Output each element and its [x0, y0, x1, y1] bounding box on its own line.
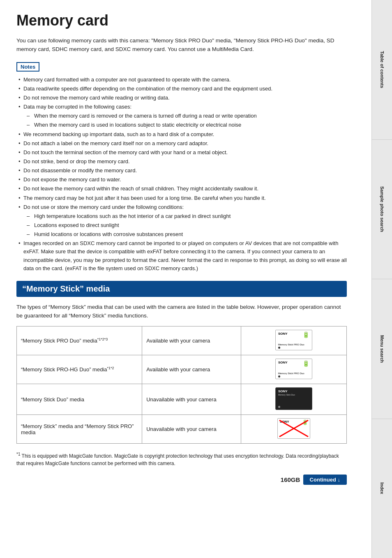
card-dot-small — [278, 406, 280, 408]
media-table: “Memory Stick PRO Duo” media*1*2*3Availa… — [16, 326, 347, 444]
section-intro: The types of “Memory Stick” media that c… — [16, 303, 347, 320]
footnote: *1 This is equipped with MagicGate funct… — [16, 451, 347, 467]
page-wrapper: Memory card You can use following memory… — [0, 0, 392, 558]
notes-list-item: Images recorded on an SDXC memory card c… — [18, 239, 347, 273]
table-row: “Memory Stick PRO Duo” media*1*2*3Availa… — [17, 326, 347, 355]
table-row: “Memory Stick Duo” mediaUnavailable with… — [17, 384, 347, 415]
notes-list-item: Do not strike, bend or drop the memory c… — [18, 157, 347, 166]
card-text: Memory Stick PRO Duo — [278, 343, 304, 347]
main-content: Memory card You can use following memory… — [0, 0, 371, 558]
sony-logo: SONY — [278, 332, 288, 336]
media-availability: Available with your camera — [142, 326, 241, 355]
notes-list-item: Do not attach a label on the memory card… — [18, 139, 347, 148]
notes-list-item: The memory card may be hot just after it… — [18, 194, 347, 202]
page-title: Memory card — [16, 12, 347, 29]
sidebar-tab[interactable]: Index — [372, 419, 392, 558]
media-availability: Unavailable with your camera — [142, 384, 241, 415]
media-name: “Memory Stick Duo” media — [17, 384, 142, 415]
table-row: “Memory Stick” media and “Memory Stick P… — [17, 415, 347, 444]
notes-list-item: Data read/write speeds differ depending … — [18, 85, 347, 93]
notes-list-item: Do not remove the memory card while read… — [18, 94, 347, 102]
notes-list-item: Do not leave the memory card within the … — [18, 185, 347, 193]
media-image: SONY Memory Stick Duo — [241, 384, 347, 415]
notes-list-item: High temperature locations such as the h… — [27, 212, 347, 220]
card-image-duo: SONY Memory Stick Duo — [275, 387, 312, 410]
cross-svg — [277, 418, 310, 439]
memory-stick-header: “Memory Stick” media — [16, 281, 347, 297]
sidebar-tab[interactable]: Table of contents — [372, 0, 392, 140]
page-number: 160GB — [281, 476, 300, 483]
footnote-text: *1 This is equipped with MagicGate funct… — [16, 453, 339, 466]
sidebar: Table of contentsSample photo searchMenu… — [371, 0, 392, 558]
continued-button[interactable]: Continued ↓ — [303, 475, 347, 485]
media-image: SONY 🔋 Memory Stick PRO Duo — [241, 326, 347, 355]
notes-label: Notes — [21, 64, 35, 70]
notes-list: Memory card formatted with a computer ar… — [18, 76, 347, 273]
media-name: “Memory Stick” media and “Memory Stick P… — [17, 415, 142, 444]
page-footer: 160GB Continued ↓ — [16, 475, 347, 485]
notes-list-item: We recommend backing up important data, … — [18, 130, 347, 139]
card-image-crossed: SONY 🔋 — [277, 418, 310, 439]
notes-list-item: When the memory card is used in location… — [27, 121, 347, 129]
notes-list-item: Data may be corrupted in the following c… — [18, 103, 347, 111]
notes-list-item: Locations exposed to direct sunlight — [27, 221, 347, 229]
notes-list-item: Do not expose the memory card to water. — [18, 176, 347, 184]
sony-logo-white: SONY — [278, 389, 288, 393]
media-image: SONY 🔋 — [241, 415, 347, 444]
media-name: “Memory Stick PRO Duo” media*1*2*3 — [17, 326, 142, 355]
media-name: “Memory Stick PRO-HG Duo” media*1*2 — [17, 355, 142, 384]
notes-list-item: Memory card formatted with a computer ar… — [18, 76, 347, 84]
sidebar-tab[interactable]: Sample photo search — [372, 140, 392, 280]
notes-list-item: When the memory card is removed or the c… — [27, 112, 347, 120]
intro-text: You can use following memory cards with … — [16, 36, 347, 54]
card-text-white: Memory Stick Duo — [278, 394, 295, 396]
notes-list-item: Humid locations or locations with corros… — [27, 230, 347, 238]
card-dot — [278, 375, 280, 377]
card-dot — [278, 347, 280, 349]
card-icon: 🔋 — [302, 360, 309, 367]
card-image-pro: SONY 🔋 Memory Stick PRO Duo — [275, 330, 312, 350]
sony-logo: SONY — [278, 361, 288, 364]
card-image-pro: SONY 🔋 Memory Stick PRO Duo — [275, 359, 312, 379]
media-image: SONY 🔋 Memory Stick PRO Duo — [241, 355, 347, 384]
card-text: Memory Stick PRO Duo — [278, 372, 304, 375]
notes-list-item: Do not use or store the memory card unde… — [18, 203, 347, 211]
sidebar-tab[interactable]: Menu search — [372, 279, 392, 419]
notes-box: Notes — [16, 62, 39, 72]
notes-list-item: Do not touch the terminal section of the… — [18, 148, 347, 157]
notes-list-item: Do not disassemble or modify the memory … — [18, 167, 347, 175]
media-availability: Available with your camera — [142, 355, 241, 384]
media-availability: Unavailable with your camera — [142, 415, 241, 444]
card-icon: 🔋 — [302, 331, 309, 338]
table-row: “Memory Stick PRO-HG Duo” media*1*2Avail… — [17, 355, 347, 384]
